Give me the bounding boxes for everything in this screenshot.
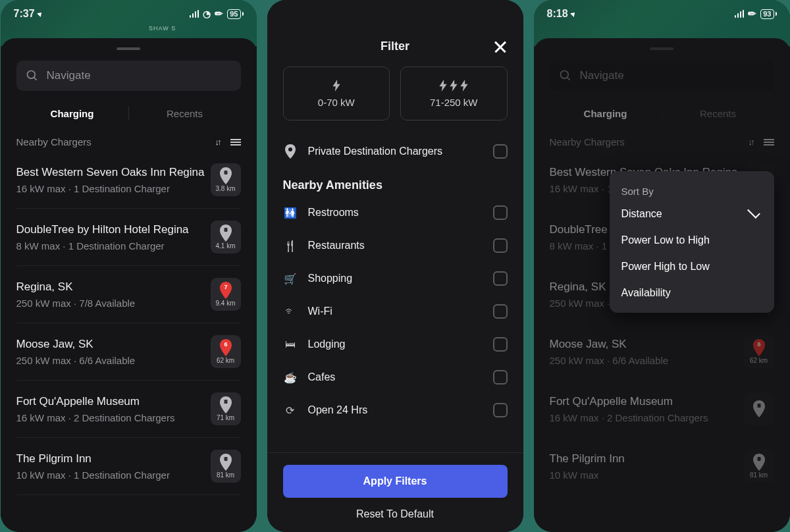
map-pin-icon: [219, 396, 232, 412]
bottom-sheet: Navigate Charging Recents Nearby Charger…: [1, 38, 257, 532]
sort-popover: Sort By Distance Power Low to High Power…: [610, 171, 774, 313]
charger-list: Best Western Seven Oaks Inn Regina 16 kW…: [16, 151, 241, 495]
charger-subtitle: 16 kW max · 1 Destination Charger: [16, 183, 205, 194]
tab-charging[interactable]: Charging: [550, 103, 662, 124]
map-pin-icon: [219, 454, 232, 469]
charger-row[interactable]: Fort Qu'Appelle Museum 16 kW max · 2 Des…: [550, 381, 774, 438]
checkbox[interactable]: [493, 271, 508, 286]
power-filter-high[interactable]: 71-250 kW: [400, 66, 508, 120]
search-input[interactable]: Navigate: [550, 61, 774, 91]
sort-option[interactable]: Availability: [610, 280, 774, 306]
close-icon[interactable]: [493, 40, 508, 54]
svg-text:6: 6: [224, 341, 227, 348]
svg-rect-2: [224, 171, 227, 174]
distance-text: 3.8 km: [215, 185, 235, 192]
charger-title: Fort Qu'Appelle Museum: [16, 394, 175, 409]
distance-badge: 6 62 km: [211, 335, 241, 368]
charger-subtitle: 8 kW max · 1 Destination Charger: [16, 240, 189, 252]
charger-row[interactable]: Fort Qu'Appelle Museum 16 kW max · 2 Des…: [16, 381, 241, 438]
charger-row[interactable]: Moose Jaw, SK 250 kW max · 6/6 Available…: [550, 323, 774, 381]
map-pin-icon: [752, 454, 766, 469]
screen-filter: 8:18 ✏︎ 92 Filter 0-70 kW 71-250 kW Priv…: [267, 0, 523, 532]
charger-title: The Pilgrim Inn: [16, 452, 170, 466]
charger-title: Regina, SK: [16, 280, 136, 294]
sort-option[interactable]: Power Low to High: [610, 227, 774, 253]
search-placeholder: Navigate: [47, 69, 91, 82]
distance-text: 62 km: [750, 357, 768, 364]
amenity-shopping[interactable]: 🛒 Shopping: [283, 262, 508, 295]
checkbox[interactable]: [493, 144, 508, 159]
pin-lock-icon: [283, 144, 298, 159]
filter-icon[interactable]: [764, 138, 774, 147]
map-pin-icon: [219, 225, 232, 240]
tabs: Charging Recents: [16, 103, 241, 124]
sort-option-label: Availability: [621, 287, 671, 299]
charger-row[interactable]: Regina, SK 250 kW max · 7/8 Available 7 …: [16, 266, 241, 323]
check-icon: [747, 205, 760, 219]
charger-title: Fort Qu'Appelle Museum: [550, 394, 708, 409]
power-filter-low[interactable]: 0-70 kW: [283, 66, 390, 120]
apply-filters-button[interactable]: Apply Filters: [283, 465, 508, 498]
sheet-grabber[interactable]: [650, 47, 673, 50]
charger-row[interactable]: The Pilgrim Inn 10 kW max 81 km: [550, 438, 774, 495]
sort-option[interactable]: Distance: [610, 201, 774, 227]
sheet-grabber[interactable]: [117, 47, 140, 50]
tab-charging[interactable]: Charging: [16, 103, 128, 124]
distance-text: 62 km: [217, 357, 234, 364]
sort-option-label: Power High to Low: [621, 261, 710, 273]
amenity-cafes[interactable]: ☕ Cafes: [283, 361, 508, 394]
power-low-label: 0-70 kW: [318, 97, 355, 108]
filter-icon[interactable]: [230, 138, 241, 147]
battery-indicator: 93: [760, 9, 776, 19]
screen-sort-popover: 8:18 ✏︎ 93 Navigate Charging Recents Nea…: [534, 0, 790, 532]
open24-icon: ⟳: [283, 404, 298, 417]
checkbox[interactable]: [493, 403, 508, 417]
svg-rect-3: [224, 228, 227, 232]
amenities-heading: Nearby Amenities: [283, 178, 508, 192]
amenity-lodging[interactable]: 🛏 Lodging: [283, 328, 508, 361]
shopping-icon: 🛒: [283, 273, 298, 285]
charger-row[interactable]: DoubleTree by Hilton Hotel Regina 8 kW m…: [16, 209, 241, 266]
wifi-icon: ◔︎: [203, 9, 211, 19]
sort-option[interactable]: Power High to Low: [610, 253, 774, 280]
checkbox[interactable]: [493, 304, 508, 319]
distance-text: 81 km: [750, 471, 768, 479]
map-pin-icon: 6: [219, 339, 232, 355]
location-arrow-icon: [570, 11, 577, 17]
sort-icon[interactable]: ↓↑: [749, 137, 753, 147]
checkbox[interactable]: [493, 205, 508, 220]
amenity-wifi[interactable]: ᯤ Wi-Fi: [283, 295, 508, 328]
checkbox[interactable]: [493, 370, 508, 385]
svg-rect-16: [757, 457, 760, 461]
reset-default-button[interactable]: Reset To Default: [283, 498, 508, 524]
charger-subtitle: 250 kW max · 6/6 Available: [550, 355, 669, 366]
tab-recents[interactable]: Recents: [662, 103, 774, 124]
search-placeholder: Navigate: [580, 69, 624, 82]
svg-line-1: [34, 78, 36, 80]
amenity-restaurants[interactable]: 🍴 Restaurants: [283, 229, 508, 262]
distance-text: 9.4 km: [215, 300, 235, 307]
sort-icon[interactable]: ↓↑: [215, 137, 220, 147]
sort-option-label: Distance: [621, 208, 662, 220]
amenity-label: Open 24 Hrs: [308, 404, 483, 416]
sort-heading: Sort By: [610, 178, 774, 201]
amenity-open24[interactable]: ⟳ Open 24 Hrs: [283, 394, 508, 427]
charger-row[interactable]: Moose Jaw, SK 250 kW max · 6/6 Available…: [16, 323, 241, 381]
checkbox[interactable]: [493, 238, 508, 253]
amenity-restrooms[interactable]: 🚻 Restrooms: [283, 196, 508, 229]
charger-row[interactable]: Best Western Seven Oaks Inn Regina 16 kW…: [16, 151, 241, 209]
section-header: Nearby Chargers ↓↑: [550, 136, 774, 147]
tab-recents[interactable]: Recents: [129, 103, 241, 124]
distance-badge: 71 km: [211, 392, 241, 425]
private-chargers-toggle[interactable]: Private Destination Chargers: [283, 135, 508, 168]
time-text: 8:18: [547, 8, 568, 20]
search-input[interactable]: Navigate: [16, 61, 241, 91]
charger-row[interactable]: The Pilgrim Inn 10 kW max · 1 Destinatio…: [16, 438, 241, 495]
restrooms-icon: 🚻: [283, 207, 298, 219]
charger-subtitle: 16 kW max · 2 Destination Chargers: [16, 412, 175, 423]
map-pin-icon: [219, 167, 232, 183]
lodging-icon: 🛏: [283, 338, 298, 350]
distance-badge: 7 9.4 km: [211, 278, 241, 311]
tabs: Charging Recents: [550, 103, 774, 124]
checkbox[interactable]: [493, 337, 508, 352]
